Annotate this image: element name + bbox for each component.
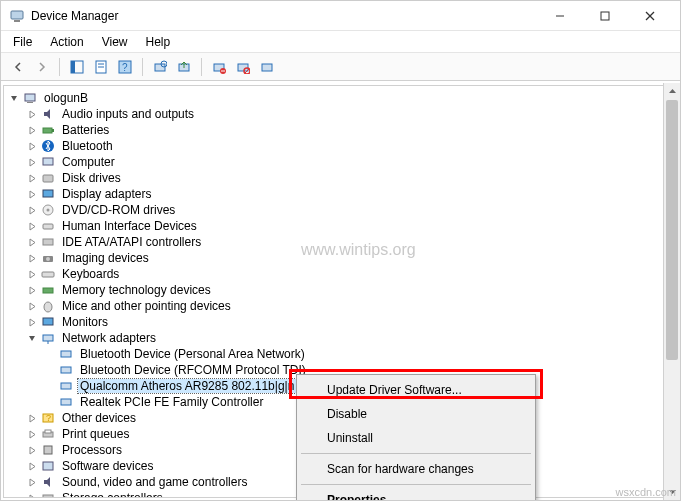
expander-closed-icon[interactable] [26,108,38,120]
minimize-button[interactable] [537,1,582,30]
toolbar-separator [59,58,60,76]
uninstall-icon[interactable] [208,56,230,78]
expander-closed-icon[interactable] [26,220,38,232]
tree-hid[interactable]: Human Interface Devices [24,218,675,234]
update-driver-icon[interactable] [173,56,195,78]
tree-root-label: ologunB [42,91,90,105]
scan-hardware-icon[interactable] [149,56,171,78]
menubar: File Action View Help [1,31,680,53]
expander-closed-icon[interactable] [26,188,38,200]
expander-closed-icon[interactable] [26,300,38,312]
expander-closed-icon[interactable] [26,172,38,184]
network-icon [40,330,56,346]
expander-open-icon[interactable] [26,332,38,344]
tree-monitors[interactable]: Monitors [24,314,675,330]
svg-rect-24 [27,102,33,103]
tree-memorytech[interactable]: Memory technology devices [24,282,675,298]
context-properties[interactable]: Properties [299,488,533,501]
svg-rect-3 [601,12,609,20]
expander-closed-icon[interactable] [26,140,38,152]
tree-diskdrives[interactable]: Disk drives [24,170,675,186]
menu-file[interactable]: File [5,33,40,51]
back-button[interactable] [7,56,29,78]
svg-rect-53 [43,495,53,498]
expander-closed-icon[interactable] [26,412,38,424]
expander-closed-icon[interactable] [26,124,38,136]
menu-help[interactable]: Help [138,33,179,51]
printer-icon [40,426,56,442]
menu-action[interactable]: Action [42,33,91,51]
tree-mice[interactable]: Mice and other pointing devices [24,298,675,314]
tree-label: Network adapters [60,331,158,345]
mouse-icon [40,298,56,314]
context-update-driver[interactable]: Update Driver Software... [299,378,533,402]
ide-icon [40,234,56,250]
svg-rect-28 [43,158,53,165]
tree-label: Disk drives [60,171,123,185]
tree-label: Realtek PCIe FE Family Controller [78,395,265,409]
tree-bluetooth[interactable]: Bluetooth [24,138,675,154]
expander-closed-icon[interactable] [26,252,38,264]
tree-label: Processors [60,443,124,457]
svg-rect-29 [43,175,53,182]
hid-icon [40,218,56,234]
help-icon[interactable]: ? [114,56,136,78]
tree-label: Software devices [60,459,155,473]
forward-button[interactable] [31,56,53,78]
tree-dvdcdrom[interactable]: DVD/CD-ROM drives [24,202,675,218]
expander-closed-icon[interactable] [26,492,38,498]
tree-ideata[interactable]: IDE ATA/ATAPI controllers [24,234,675,250]
expander-closed-icon[interactable] [26,476,38,488]
expander-closed-icon[interactable] [26,316,38,328]
tree-label: Print queues [60,427,131,441]
tree-computer[interactable]: Computer [24,154,675,170]
svg-rect-30 [43,190,53,197]
software-icon [40,458,56,474]
tree-keyboards[interactable]: Keyboards [24,266,675,282]
tree-audio[interactable]: Audio inputs and outputs [24,106,675,122]
svg-rect-33 [43,224,53,229]
scroll-up-icon[interactable] [664,83,680,100]
tree-network-adapters[interactable]: Network adapters [24,330,675,346]
context-disable[interactable]: Disable [299,402,533,426]
show-hide-console-tree-icon[interactable] [66,56,88,78]
tree-batteries[interactable]: Batteries [24,122,675,138]
maximize-button[interactable] [582,1,627,30]
expander-open-icon[interactable] [8,92,20,104]
disable-icon[interactable] [232,56,254,78]
expander-closed-icon[interactable] [26,236,38,248]
expander-closed-icon[interactable] [26,460,38,472]
properties-icon[interactable] [90,56,112,78]
tree-label: Display adapters [60,187,153,201]
expander-closed-icon[interactable] [26,268,38,280]
tree-label: Keyboards [60,267,121,281]
expander-closed-icon[interactable] [26,156,38,168]
scroll-thumb[interactable] [666,100,678,360]
disk-icon [40,170,56,186]
context-scan-hardware[interactable]: Scan for hardware changes [299,457,533,481]
vertical-scrollbar[interactable] [663,83,680,500]
sound-icon [40,474,56,490]
expander-closed-icon[interactable] [26,204,38,216]
device-manager-icon [9,8,25,24]
tree-label: Bluetooth Device (Personal Area Network) [78,347,307,361]
close-button[interactable] [627,1,672,30]
context-separator [301,484,531,485]
tree-net-bt-pan[interactable]: Bluetooth Device (Personal Area Network) [42,346,675,362]
expander-closed-icon[interactable] [26,444,38,456]
menu-view[interactable]: View [94,33,136,51]
enable-icon[interactable] [256,56,278,78]
tree-label: Mice and other pointing devices [60,299,233,313]
svg-rect-7 [71,61,75,73]
expander-closed-icon[interactable] [26,428,38,440]
no-expander [44,380,56,392]
expander-closed-icon[interactable] [26,284,38,296]
network-adapter-icon [58,394,74,410]
tree-root[interactable]: ologunB [6,90,675,106]
context-uninstall[interactable]: Uninstall [299,426,533,450]
cpu-icon [40,442,56,458]
tree-displayadapters[interactable]: Display adapters [24,186,675,202]
svg-rect-44 [61,367,71,373]
tree-imaging[interactable]: Imaging devices [24,250,675,266]
computer-icon [40,154,56,170]
